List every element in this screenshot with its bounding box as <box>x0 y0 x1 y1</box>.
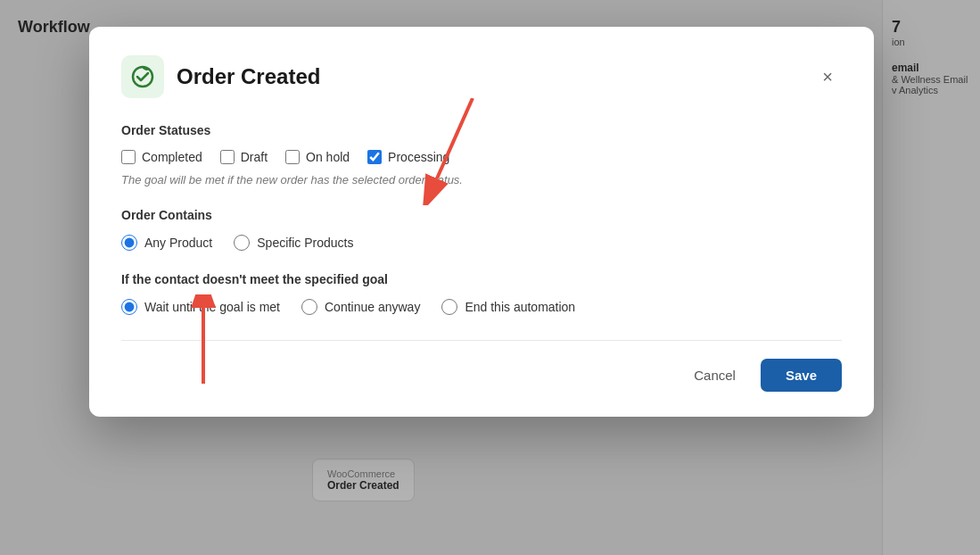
modal-title: Order Created <box>177 64 320 89</box>
checkbox-completed-input[interactable] <box>121 150 136 164</box>
radio-wait-until-label: Wait until the goal is met <box>144 300 280 314</box>
checkbox-completed[interactable]: Completed <box>121 150 202 164</box>
checkbox-on-hold[interactable]: On hold <box>285 150 350 164</box>
radio-specific-products-input[interactable] <box>234 235 250 251</box>
radio-specific-products-label: Specific Products <box>257 236 353 250</box>
radio-any-product-label: Any Product <box>144 236 212 250</box>
radio-wait-until[interactable]: Wait until the goal is met <box>121 299 280 315</box>
order-statuses-section: Order Statuses Completed Draft On hold P… <box>121 123 842 186</box>
modal-footer: Cancel Save <box>121 359 842 392</box>
order-contains-section: Order Contains Any Product Specific Prod… <box>121 208 842 251</box>
order-contains-label: Order Contains <box>121 208 842 222</box>
order-statuses-hint: The goal will be met if the new order ha… <box>121 173 842 186</box>
contact-goal-radios: Wait until the goal is met Continue anyw… <box>121 299 842 315</box>
checkbox-completed-label: Completed <box>142 150 202 164</box>
radio-any-product-input[interactable] <box>121 235 137 251</box>
radio-continue-anyway-input[interactable] <box>301 299 317 315</box>
radio-specific-products[interactable]: Specific Products <box>234 235 353 251</box>
checkbox-on-hold-label: On hold <box>306 150 350 164</box>
contact-goal-label: If the contact doesn't meet the specifie… <box>121 272 842 286</box>
svg-point-2 <box>133 67 152 87</box>
checkbox-processing-label: Processing <box>388 150 449 164</box>
order-contains-radios: Any Product Specific Products <box>121 235 842 251</box>
checkbox-processing-input[interactable] <box>367 150 382 164</box>
contact-goal-section: If the contact doesn't meet the specifie… <box>121 272 842 315</box>
checkbox-draft-label: Draft <box>241 150 268 164</box>
modal-divider <box>121 340 842 341</box>
checkbox-on-hold-input[interactable] <box>285 150 300 164</box>
modal-title-area: Order Created <box>121 55 320 98</box>
order-statuses-checkboxes: Completed Draft On hold Processing <box>121 150 842 164</box>
order-statuses-label: Order Statuses <box>121 123 842 137</box>
checkbox-draft-input[interactable] <box>220 150 235 164</box>
modal-header: Order Created × <box>121 55 842 98</box>
modal-close-button[interactable]: × <box>813 62 842 91</box>
radio-wait-until-input[interactable] <box>121 299 137 315</box>
modal-icon <box>121 55 164 98</box>
checkbox-processing[interactable]: Processing <box>367 150 449 164</box>
radio-continue-anyway-label: Continue anyway <box>325 300 420 314</box>
checkbox-draft[interactable]: Draft <box>220 150 268 164</box>
radio-end-automation[interactable]: End this automation <box>441 299 575 315</box>
cancel-button[interactable]: Cancel <box>679 360 750 390</box>
radio-end-automation-label: End this automation <box>465 300 575 314</box>
save-button[interactable]: Save <box>761 359 842 392</box>
radio-any-product[interactable]: Any Product <box>121 235 212 251</box>
radio-end-automation-input[interactable] <box>441 299 457 315</box>
order-created-modal: Order Created × Order Statuses Completed… <box>89 27 874 417</box>
radio-continue-anyway[interactable]: Continue anyway <box>301 299 420 315</box>
